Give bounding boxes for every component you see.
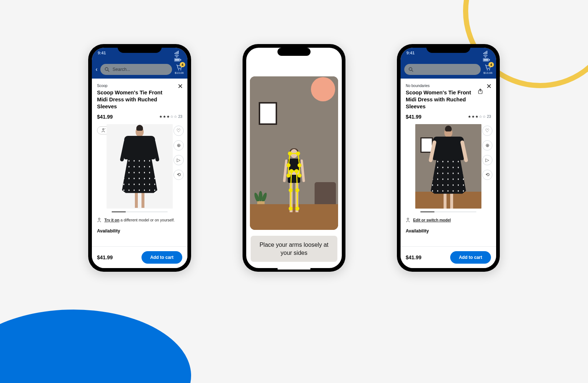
cart-button[interactable]: 4 $13.06 — [175, 64, 184, 75]
svg-point-7 — [103, 129, 104, 130]
cart-total: $13.06 — [175, 71, 184, 75]
footer-price: $41.99 — [406, 254, 422, 260]
product-price: $41.99 — [97, 114, 113, 120]
tryon-image[interactable] — [415, 124, 481, 209]
share-icon[interactable] — [478, 88, 483, 94]
home-indicator — [277, 268, 311, 270]
refresh-icon[interactable]: ⟲ — [173, 170, 184, 180]
image-action-icons: ♡ ⊕ ▷ ⟲ — [482, 126, 492, 180]
back-button[interactable]: ‹ — [96, 66, 97, 73]
refresh-icon[interactable]: ⟲ — [482, 170, 492, 180]
svg-point-8 — [98, 218, 100, 219]
svg-line-38 — [412, 70, 413, 72]
phone-notch — [277, 48, 311, 56]
phone-product-page: 9:41 ‹ Search... 4 $13.06 — [88, 44, 191, 272]
product-rating[interactable]: ★★★☆☆23 — [159, 115, 182, 119]
play-icon[interactable]: ▷ — [482, 155, 492, 165]
product-panel: ✕ No boundaries Scoop Women's Tie Front … — [401, 79, 496, 246]
close-button[interactable]: ✕ — [178, 82, 183, 90]
svg-point-37 — [409, 68, 412, 71]
add-to-cart-button[interactable]: Add to cart — [141, 251, 182, 264]
svg-point-42 — [407, 218, 409, 219]
signal-icon — [174, 51, 179, 54]
play-icon[interactable]: ▷ — [173, 155, 184, 165]
buy-bar: $41.99 Add to cart — [92, 246, 187, 268]
footer-price: $41.99 — [97, 254, 113, 260]
cart-badge: 4 — [488, 62, 494, 67]
camera-flip-icon[interactable] — [320, 66, 329, 72]
svg-point-6 — [180, 69, 181, 71]
help-icon[interactable]: ? — [329, 66, 337, 73]
svg-point-40 — [489, 69, 490, 71]
camera-title: Take a Photo — [268, 67, 320, 72]
cart-button[interactable]: 4 $13.06 — [484, 64, 492, 75]
search-placeholder: Search... — [112, 67, 130, 72]
add-to-cart-button[interactable]: Add to cart — [450, 251, 491, 264]
product-panel: ✕ Scoop Scoop Women's Tie Front Midi Dre… — [92, 79, 187, 246]
battery-icon — [483, 58, 490, 62]
product-title: Scoop Women's Tie Front Midi Dress with … — [97, 89, 174, 110]
svg-rect-36 — [489, 59, 490, 61]
product-rating[interactable]: ★★★☆☆23 — [468, 115, 491, 119]
product-title: Scoop Women's Tie Front Midi Dress with … — [406, 89, 483, 110]
image-pager[interactable] — [420, 212, 476, 212]
buy-bar: $41.99 Add to cart — [401, 246, 496, 268]
search-icon — [409, 67, 413, 72]
sparkle-person-icon — [406, 217, 411, 223]
product-image-area: Try it on ♡ ⊕ ▷ ⟲ — [97, 124, 182, 209]
camera-viewport[interactable] — [250, 76, 338, 230]
phone-notch — [118, 44, 162, 53]
sparkle-person-icon — [101, 128, 105, 133]
battery-icon — [174, 58, 182, 62]
svg-rect-1 — [175, 59, 180, 61]
search-input[interactable]: Search... — [100, 64, 172, 75]
availability-heading: Availability — [97, 228, 182, 234]
edit-model-line[interactable]: Edit or switch model — [406, 217, 491, 223]
wifi-icon — [483, 54, 488, 58]
svg-point-3 — [105, 68, 108, 71]
product-image[interactable] — [107, 124, 173, 209]
sparkle-person-icon — [97, 217, 102, 223]
availability-heading: Availability — [406, 228, 491, 234]
heart-icon[interactable]: ♡ — [173, 126, 184, 136]
product-brand: No boundaries — [406, 84, 491, 88]
product-price: $41.99 — [406, 114, 422, 120]
status-time: 9:41 — [98, 51, 106, 62]
product-brand: Scoop — [97, 84, 182, 88]
status-time: 9:41 — [406, 51, 415, 62]
decor-blob — [0, 310, 191, 383]
svg-point-39 — [487, 69, 488, 71]
camera-top-bar: ✕ Take a Photo ? — [246, 61, 342, 76]
try-it-on-line[interactable]: Try it on a different model or on yourse… — [97, 217, 182, 223]
wifi-icon — [174, 54, 179, 58]
image-pager[interactable] — [112, 212, 168, 212]
tryon-image-area: ♡ ⊕ ▷ ⟲ — [406, 124, 491, 209]
close-button[interactable]: ✕ — [486, 82, 492, 90]
sound-icon[interactable] — [259, 66, 268, 72]
svg-rect-2 — [180, 59, 181, 61]
zoom-icon[interactable]: ⊕ — [482, 140, 492, 151]
search-input[interactable] — [404, 64, 481, 75]
heart-icon[interactable]: ♡ — [482, 126, 492, 136]
image-action-icons: ♡ ⊕ ▷ ⟲ — [173, 126, 184, 180]
status-indicators — [483, 51, 490, 62]
phone-try-on-result: 9:41 4 $13.06 ✕ No boundari — [397, 44, 500, 272]
phone-camera: ✕ Take a Photo ? — [243, 44, 345, 272]
cart-badge: 4 — [180, 62, 185, 67]
cart-total: $13.06 — [484, 71, 492, 75]
svg-rect-35 — [484, 59, 488, 61]
zoom-icon[interactable]: ⊕ — [173, 140, 184, 151]
svg-text:?: ? — [331, 68, 334, 72]
svg-line-4 — [108, 70, 109, 72]
phone-notch — [426, 44, 470, 53]
camera-subject — [281, 148, 307, 212]
search-icon — [105, 67, 110, 72]
close-button[interactable]: ✕ — [251, 67, 259, 72]
signal-icon — [483, 51, 488, 54]
camera-hint: Place your arms loosely at your sides — [251, 236, 337, 262]
svg-point-5 — [178, 69, 179, 71]
status-indicators — [174, 51, 182, 62]
